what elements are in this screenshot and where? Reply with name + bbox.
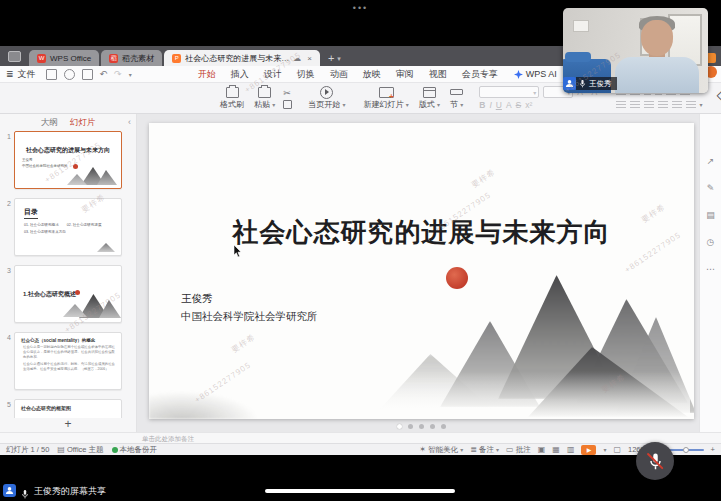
superscript-button[interactable]: x² — [525, 100, 532, 110]
tab-wps-office[interactable]: W WPS Office — [29, 50, 99, 66]
theme-button[interactable]: ▤ Office 主题 — [57, 445, 103, 455]
speaker-name-label: 王俊秀 — [589, 79, 612, 89]
file-menu[interactable]: ≣ 文件 — [6, 68, 36, 81]
bold-button[interactable]: B — [479, 100, 485, 110]
window-menu-icon[interactable] — [8, 51, 21, 62]
justify-icon[interactable] — [658, 101, 668, 109]
preview-icon[interactable] — [64, 69, 75, 80]
home-indicator[interactable] — [265, 489, 455, 493]
ribbon-tab-slideshow[interactable]: 放映 — [363, 68, 381, 81]
slide-number: 5 — [4, 399, 14, 418]
page-dot[interactable] — [441, 424, 446, 429]
beautify-button[interactable]: ✶ 智能美化 ▾ — [419, 445, 463, 455]
tab-list-caret-icon[interactable]: ▾ — [337, 55, 341, 63]
ribbon-tab-member[interactable]: 会员专享 — [462, 68, 498, 81]
slides-tab[interactable]: 幻灯片 — [70, 117, 96, 129]
notes-button[interactable]: ≣ 备注 ▾ — [470, 445, 499, 455]
paste-button[interactable]: 粘贴 ▾ — [252, 85, 277, 111]
close-tab-icon[interactable]: × — [307, 54, 312, 63]
normal-view-icon[interactable]: ▣ — [538, 445, 546, 454]
slide-affiliation[interactable]: 中国社会科学院社会学研究所 — [181, 310, 318, 324]
page-dot[interactable] — [430, 424, 435, 429]
add-slide-button[interactable]: + — [0, 418, 136, 431]
ribbon-tab-design[interactable]: 设计 — [264, 68, 282, 81]
tab-presentation-active[interactable]: P 社会心态研究的进展与未来… ☁ × — [164, 50, 320, 66]
italic-button[interactable]: I — [489, 100, 491, 110]
cut-icon[interactable]: ✂ — [283, 88, 292, 98]
slide-title[interactable]: 社会心态研究的进展与未来方向 — [149, 215, 694, 250]
new-slide-button[interactable]: 新建幻灯片 ▾ — [362, 85, 411, 111]
copy-icon[interactable] — [283, 100, 292, 109]
speaker-video-thumbnail[interactable]: 王俊秀 — [563, 8, 708, 93]
slide-author[interactable]: 王俊秀 — [181, 292, 213, 306]
slideshow-play-button[interactable]: ▶ — [581, 445, 596, 455]
page-dot[interactable] — [419, 424, 424, 429]
thumb-title: 目录 — [24, 207, 38, 219]
page-dot[interactable] — [408, 424, 413, 429]
docer-icon: 稻 — [109, 54, 118, 63]
slide-pagination-dots[interactable] — [149, 424, 694, 429]
paragraph-more-icon[interactable]: ▾ — [700, 101, 703, 108]
qat-caret-icon[interactable]: ▾ — [129, 71, 132, 78]
thumb-title: 社会心态（social mentality）的概念 — [21, 338, 121, 343]
format-painter-button[interactable]: 格式刷 — [218, 85, 246, 111]
distribute-icon[interactable] — [672, 101, 682, 109]
share-icon[interactable]: ↗ — [707, 156, 715, 166]
layout-button[interactable]: 版式 ▾ — [417, 85, 442, 111]
undo-icon[interactable]: ↶ — [100, 69, 108, 79]
shape-button[interactable]: ◇ 形状 ▾ — [717, 85, 721, 104]
comments-button[interactable]: ▭ 批注 — [506, 445, 531, 455]
align-right-icon[interactable] — [644, 101, 654, 109]
slide-thumbnail-4[interactable]: 4 社会心态（social mentality）的概念 社会心态是一定时期内弥散… — [4, 332, 136, 390]
ribbon-tab-insert[interactable]: 插入 — [231, 68, 249, 81]
ribbon-tab-review[interactable]: 审阅 — [396, 68, 414, 81]
font-color-button[interactable]: A — [506, 100, 512, 110]
outline-tab[interactable]: 大纲 — [41, 117, 58, 129]
redo-icon[interactable]: ↷ — [114, 69, 122, 79]
wps-ai-button[interactable]: WPS AI — [514, 69, 557, 79]
mute-mic-button[interactable] — [636, 442, 674, 480]
backup-status[interactable]: 本地备份开 — [112, 445, 158, 455]
print-icon[interactable] — [82, 69, 93, 80]
columns-icon[interactable] — [686, 101, 696, 109]
reading-view-icon[interactable]: ▥ — [567, 445, 575, 454]
notes-input[interactable]: 单击此处添加备注 — [0, 432, 721, 443]
ribbon-tab-animation[interactable]: 动画 — [330, 68, 348, 81]
right-tool-panel: ↗ ✎ ▤ ◷ ⋯ — [699, 114, 721, 432]
quick-access-toolbar: ↶ ↷ ▾ — [46, 69, 132, 80]
tab-docer[interactable]: 稻 稻壳素材 — [101, 50, 162, 66]
tab-label: 稻壳素材 — [122, 53, 154, 64]
save-icon[interactable] — [46, 69, 57, 80]
zoom-in-icon[interactable]: + — [711, 445, 715, 454]
align-center-icon[interactable] — [630, 101, 640, 109]
font-family-select[interactable]: ▾ — [479, 86, 539, 98]
section-button[interactable]: 节 ▾ — [448, 85, 465, 111]
speaker-name-badge: 王俊秀 — [563, 77, 617, 90]
more-icon[interactable]: ⋯ — [706, 264, 715, 274]
new-tab-button[interactable]: + — [328, 52, 334, 64]
mouse-cursor — [233, 245, 242, 258]
sorter-view-icon[interactable]: ▦ — [552, 445, 560, 454]
slide-thumbnail-2[interactable]: 2 目录 01. 社会心态研究概述 02. 社会心态研究进展 03. 社会心态研… — [4, 198, 136, 256]
share-status-label: 王俊秀的屏幕共享 — [34, 485, 106, 498]
page-dot-active[interactable] — [397, 424, 402, 429]
slide-thumbnail-5[interactable]: 5 社会心态研究的框架图 — [4, 399, 136, 418]
collapse-panel-icon[interactable]: ‹ — [128, 117, 131, 127]
fit-screen-icon[interactable]: ▢ — [613, 445, 621, 454]
history-icon[interactable]: ◷ — [707, 237, 715, 247]
shape-icon: ◇ — [717, 85, 721, 104]
grid-icon[interactable]: ▤ — [706, 210, 715, 220]
slide-canvas[interactable]: 社会心态研究的进展与未来方向 王俊秀 中国社会科学院社会学研究所 — [149, 123, 694, 419]
ribbon-tab-transition[interactable]: 切换 — [297, 68, 315, 81]
ribbon-tab-home[interactable]: 开始 — [198, 68, 216, 81]
align-left-icon[interactable] — [616, 101, 626, 109]
slide-thumbnail-3[interactable]: 3 1.社会心态研究概述 — [4, 265, 136, 323]
strikethrough-button[interactable]: S — [516, 100, 522, 110]
edit-icon[interactable]: ✎ — [707, 183, 715, 193]
underline-button[interactable]: U — [496, 100, 502, 110]
slide-thumbnail-1[interactable]: 1 社会心态研究的进展与未来方向 王俊秀中国社会科学院社会学研究所 — [4, 131, 136, 189]
ribbon-tab-view[interactable]: 视图 — [429, 68, 447, 81]
play-options-caret-icon[interactable]: ▾ — [603, 446, 606, 453]
zoom-slider[interactable] — [666, 449, 704, 451]
play-from-current-button[interactable]: 当页开始 ▾ — [306, 85, 347, 111]
